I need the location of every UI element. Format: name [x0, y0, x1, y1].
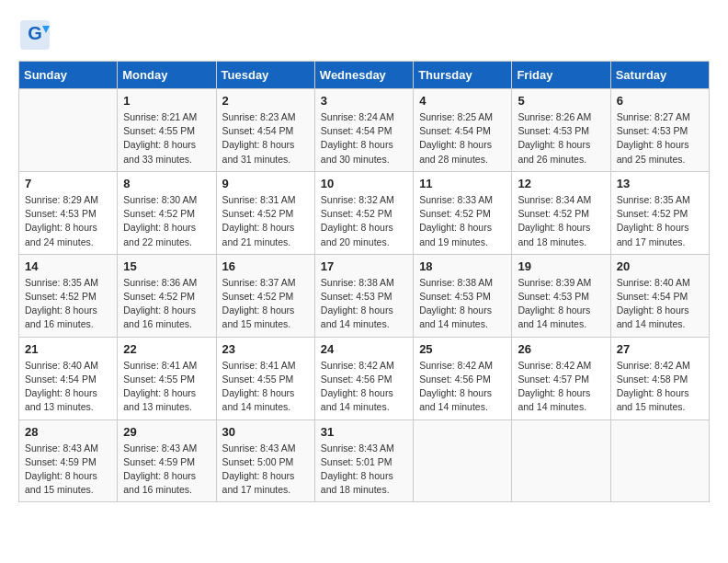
calendar-day-cell: 14Sunrise: 8:35 AMSunset: 4:52 PMDayligh… [19, 254, 118, 337]
svg-text:G: G [28, 23, 42, 43]
day-info: Sunrise: 8:43 AMSunset: 4:59 PMDaylight:… [123, 442, 210, 498]
calendar-day-cell: 2Sunrise: 8:23 AMSunset: 4:54 PMDaylight… [216, 89, 314, 172]
calendar-day-cell [19, 89, 118, 172]
day-info: Sunrise: 8:36 AMSunset: 4:52 PMDaylight:… [123, 276, 210, 332]
day-of-week-header: Thursday [414, 62, 512, 89]
calendar-day-cell: 10Sunrise: 8:32 AMSunset: 4:52 PMDayligh… [314, 171, 413, 254]
day-info: Sunrise: 8:41 AMSunset: 4:55 PMDaylight:… [123, 359, 210, 415]
calendar-day-cell: 20Sunrise: 8:40 AMSunset: 4:54 PMDayligh… [610, 254, 709, 337]
calendar-week-row: 28Sunrise: 8:43 AMSunset: 4:59 PMDayligh… [19, 419, 710, 502]
day-info: Sunrise: 8:42 AMSunset: 4:57 PMDaylight:… [518, 359, 604, 415]
day-info: Sunrise: 8:35 AMSunset: 4:52 PMDaylight:… [617, 193, 703, 249]
day-number: 22 [123, 342, 210, 356]
calendar-week-row: 14Sunrise: 8:35 AMSunset: 4:52 PMDayligh… [19, 254, 710, 337]
calendar-day-cell: 21Sunrise: 8:40 AMSunset: 4:54 PMDayligh… [19, 337, 118, 419]
day-info: Sunrise: 8:30 AMSunset: 4:52 PMDaylight:… [123, 193, 210, 249]
logo: G [18, 18, 55, 52]
day-number: 21 [25, 342, 111, 356]
day-info: Sunrise: 8:31 AMSunset: 4:52 PMDaylight:… [222, 193, 309, 249]
day-number: 14 [25, 259, 111, 273]
day-number: 24 [321, 342, 407, 356]
calendar-day-cell: 9Sunrise: 8:31 AMSunset: 4:52 PMDaylight… [216, 171, 314, 254]
calendar-day-cell: 28Sunrise: 8:43 AMSunset: 4:59 PMDayligh… [19, 419, 118, 502]
calendar-day-cell [610, 419, 709, 502]
day-number: 1 [123, 94, 210, 108]
day-number: 4 [419, 94, 506, 108]
calendar-day-cell: 17Sunrise: 8:38 AMSunset: 4:53 PMDayligh… [314, 254, 413, 337]
day-info: Sunrise: 8:25 AMSunset: 4:54 PMDaylight:… [419, 110, 506, 167]
day-number: 13 [617, 177, 703, 190]
day-of-week-header: Friday [512, 62, 610, 89]
calendar-day-cell: 12Sunrise: 8:34 AMSunset: 4:52 PMDayligh… [512, 171, 610, 254]
day-info: Sunrise: 8:39 AMSunset: 4:53 PMDaylight:… [518, 276, 604, 332]
calendar-table: SundayMondayTuesdayWednesdayThursdayFrid… [18, 61, 710, 502]
day-number: 23 [222, 342, 309, 356]
day-number: 17 [321, 259, 407, 273]
day-of-week-header: Sunday [19, 62, 118, 89]
days-of-week-row: SundayMondayTuesdayWednesdayThursdayFrid… [19, 62, 710, 89]
calendar-day-cell: 23Sunrise: 8:41 AMSunset: 4:55 PMDayligh… [216, 337, 314, 419]
day-info: Sunrise: 8:37 AMSunset: 4:52 PMDaylight:… [222, 276, 309, 332]
day-number: 25 [419, 342, 506, 356]
day-info: Sunrise: 8:43 AMSunset: 5:00 PMDaylight:… [222, 442, 309, 498]
day-number: 19 [518, 259, 604, 273]
day-info: Sunrise: 8:32 AMSunset: 4:52 PMDaylight:… [321, 193, 407, 249]
calendar-day-cell: 11Sunrise: 8:33 AMSunset: 4:52 PMDayligh… [414, 171, 512, 254]
day-number: 27 [617, 342, 703, 356]
calendar-day-cell: 16Sunrise: 8:37 AMSunset: 4:52 PMDayligh… [216, 254, 314, 337]
calendar-day-cell: 3Sunrise: 8:24 AMSunset: 4:54 PMDaylight… [314, 89, 413, 172]
day-number: 16 [222, 259, 309, 273]
calendar-day-cell: 30Sunrise: 8:43 AMSunset: 5:00 PMDayligh… [216, 419, 314, 502]
day-number: 11 [419, 177, 506, 190]
calendar-day-cell: 15Sunrise: 8:36 AMSunset: 4:52 PMDayligh… [118, 254, 216, 337]
day-number: 5 [518, 94, 604, 108]
day-of-week-header: Tuesday [216, 62, 314, 89]
day-number: 18 [419, 259, 506, 273]
calendar-day-cell: 6Sunrise: 8:27 AMSunset: 4:53 PMDaylight… [610, 89, 709, 172]
day-number: 6 [617, 94, 703, 108]
day-info: Sunrise: 8:38 AMSunset: 4:53 PMDaylight:… [321, 276, 407, 332]
day-of-week-header: Wednesday [314, 62, 413, 89]
day-info: Sunrise: 8:35 AMSunset: 4:52 PMDaylight:… [25, 276, 111, 332]
day-info: Sunrise: 8:24 AMSunset: 4:54 PMDaylight:… [321, 110, 407, 167]
day-number: 7 [25, 177, 111, 190]
day-number: 8 [123, 177, 210, 190]
calendar-day-cell [512, 419, 610, 502]
calendar-day-cell: 7Sunrise: 8:29 AMSunset: 4:53 PMDaylight… [19, 171, 118, 254]
calendar-day-cell: 25Sunrise: 8:42 AMSunset: 4:56 PMDayligh… [414, 337, 512, 419]
day-of-week-header: Saturday [610, 62, 709, 89]
day-info: Sunrise: 8:42 AMSunset: 4:58 PMDaylight:… [617, 359, 703, 415]
calendar-day-cell: 27Sunrise: 8:42 AMSunset: 4:58 PMDayligh… [610, 337, 709, 419]
day-info: Sunrise: 8:27 AMSunset: 4:53 PMDaylight:… [617, 110, 703, 167]
day-number: 12 [518, 177, 604, 190]
calendar-day-cell: 19Sunrise: 8:39 AMSunset: 4:53 PMDayligh… [512, 254, 610, 337]
day-info: Sunrise: 8:29 AMSunset: 4:53 PMDaylight:… [25, 193, 111, 249]
day-info: Sunrise: 8:42 AMSunset: 4:56 PMDaylight:… [321, 359, 407, 415]
calendar-week-row: 7Sunrise: 8:29 AMSunset: 4:53 PMDaylight… [19, 171, 710, 254]
calendar-day-cell: 24Sunrise: 8:42 AMSunset: 4:56 PMDayligh… [314, 337, 413, 419]
calendar-day-cell [414, 419, 512, 502]
day-info: Sunrise: 8:38 AMSunset: 4:53 PMDaylight:… [419, 276, 506, 332]
day-number: 9 [222, 177, 309, 190]
day-info: Sunrise: 8:33 AMSunset: 4:52 PMDaylight:… [419, 193, 506, 249]
day-info: Sunrise: 8:43 AMSunset: 4:59 PMDaylight:… [25, 442, 111, 498]
calendar-day-cell: 29Sunrise: 8:43 AMSunset: 4:59 PMDayligh… [118, 419, 216, 502]
day-info: Sunrise: 8:41 AMSunset: 4:55 PMDaylight:… [222, 359, 309, 415]
day-info: Sunrise: 8:40 AMSunset: 4:54 PMDaylight:… [617, 276, 703, 332]
calendar-day-cell: 22Sunrise: 8:41 AMSunset: 4:55 PMDayligh… [118, 337, 216, 419]
calendar-day-cell: 13Sunrise: 8:35 AMSunset: 4:52 PMDayligh… [610, 171, 709, 254]
calendar-week-row: 21Sunrise: 8:40 AMSunset: 4:54 PMDayligh… [19, 337, 710, 419]
day-number: 29 [123, 425, 210, 439]
day-info: Sunrise: 8:42 AMSunset: 4:56 PMDaylight:… [419, 359, 506, 415]
day-info: Sunrise: 8:26 AMSunset: 4:53 PMDaylight:… [518, 110, 604, 167]
day-number: 28 [25, 425, 111, 439]
day-number: 2 [222, 94, 309, 108]
day-number: 26 [518, 342, 604, 356]
day-info: Sunrise: 8:21 AMSunset: 4:55 PMDaylight:… [123, 110, 210, 167]
day-number: 30 [222, 425, 309, 439]
calendar-day-cell: 1Sunrise: 8:21 AMSunset: 4:55 PMDaylight… [118, 89, 216, 172]
day-number: 31 [321, 425, 407, 439]
calendar-header: SundayMondayTuesdayWednesdayThursdayFrid… [19, 62, 710, 89]
day-info: Sunrise: 8:23 AMSunset: 4:54 PMDaylight:… [222, 110, 309, 167]
calendar-day-cell: 26Sunrise: 8:42 AMSunset: 4:57 PMDayligh… [512, 337, 610, 419]
